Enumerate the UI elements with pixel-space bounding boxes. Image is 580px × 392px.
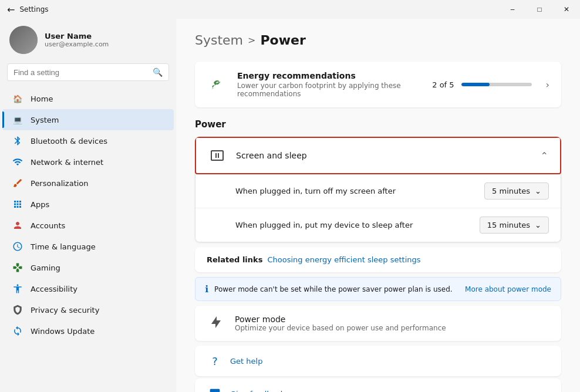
nav-time-label: Time & language: [31, 242, 96, 251]
update-icon: [12, 325, 23, 337]
bottom-links: ? Get help Give feedback: [195, 346, 561, 392]
nav-network[interactable]: Network & internet: [2, 151, 174, 173]
related-links: Related links Choosing energy efficient …: [195, 247, 561, 272]
breadcrumb-current: Power: [260, 33, 305, 48]
close-button[interactable]: ✕: [553, 0, 580, 19]
search-box[interactable]: 🔍: [7, 63, 169, 81]
nav-apps[interactable]: Apps: [2, 194, 174, 215]
power-section-title: Power: [195, 119, 561, 130]
sleep-setting: When plugged in, put my device to sleep …: [195, 208, 561, 242]
home-icon: 🏠: [12, 93, 23, 104]
help-icon: ?: [207, 353, 223, 369]
back-icon[interactable]: ←: [7, 4, 15, 15]
energy-description: Lower your carbon footprint by applying …: [237, 82, 423, 98]
nav-accessibility-label: Accessibility: [31, 285, 77, 293]
nav-bluetooth[interactable]: Bluetooth & devices: [2, 130, 174, 151]
nav-personalization[interactable]: Personalization: [2, 173, 174, 194]
nav-apps-label: Apps: [31, 200, 49, 209]
energy-progress-fill: [461, 83, 490, 86]
info-banner-text: Power mode can't be set while the power …: [214, 285, 459, 293]
sleep-value: 15 minutes: [487, 221, 530, 229]
nav-gaming[interactable]: Gaming: [2, 257, 174, 278]
power-mode-link[interactable]: More about power mode: [465, 285, 551, 293]
screen-off-value: 5 minutes: [492, 187, 530, 195]
breadcrumb-chevron: >: [248, 35, 255, 46]
screen-off-label: When plugged in, turn off my screen afte…: [235, 187, 484, 195]
screen-sleep-header[interactable]: Screen and sleep ⌃: [195, 137, 561, 174]
breadcrumb-parent[interactable]: System: [195, 33, 243, 48]
sidebar-profile: User Name user@example.com: [0, 19, 176, 63]
power-mode-title: Power mode: [235, 315, 446, 324]
titlebar-left: ← Settings: [7, 4, 49, 15]
content-area: System > Power Energy recommendations Lo…: [176, 19, 580, 392]
related-links-label: Related links: [207, 255, 262, 264]
nav-privacy-label: Privacy & security: [31, 306, 99, 315]
screen-off-setting: When plugged in, turn off my screen afte…: [195, 174, 561, 208]
feedback-icon: [207, 386, 223, 392]
search-input[interactable]: [14, 68, 148, 77]
screen-sleep-card: Screen and sleep ⌃ When plugged in, turn…: [195, 137, 561, 242]
nav-network-label: Network & internet: [31, 158, 103, 167]
profile-name: User Name: [45, 32, 109, 40]
nav-gaming-label: Gaming: [31, 263, 60, 272]
main-layout: User Name user@example.com 🔍 🏠 Home 💻 Sy…: [0, 19, 580, 392]
energy-sleep-link[interactable]: Choosing energy efficient sleep settings: [267, 255, 420, 264]
energy-progress-bar: [461, 83, 532, 86]
energy-title: Energy recommendations: [237, 71, 423, 80]
titlebar: ← Settings – □ ✕: [0, 0, 580, 19]
give-feedback-item[interactable]: Give feedback: [195, 379, 561, 392]
screen-off-dropdown[interactable]: 5 minutes ⌄: [484, 183, 549, 200]
avatar-image: [9, 26, 38, 54]
maximize-button[interactable]: □: [526, 0, 553, 19]
nav-accounts[interactable]: Accounts: [2, 215, 174, 236]
power-mode-text: Power mode Optimize your device based on…: [235, 315, 446, 332]
nav-personalization-label: Personalization: [31, 179, 89, 188]
profile-info: User Name user@example.com: [45, 32, 109, 48]
power-mode-card[interactable]: Power mode Optimize your device based on…: [195, 306, 561, 341]
energy-icon: [207, 74, 228, 95]
energy-progress-text: 2 of 5: [432, 80, 454, 89]
nav-bluetooth-label: Bluetooth & devices: [31, 137, 107, 146]
network-icon: [12, 156, 23, 168]
power-mode-description: Optimize your device based on power use …: [235, 324, 446, 332]
personalization-icon: [12, 177, 23, 189]
sleep-dropdown[interactable]: 15 minutes ⌄: [480, 217, 549, 234]
get-help-item[interactable]: ? Get help: [195, 346, 561, 376]
nav-home[interactable]: 🏠 Home: [2, 88, 174, 109]
sleep-label: When plugged in, put my device to sleep …: [235, 221, 480, 229]
gaming-icon: [12, 262, 23, 273]
time-icon: [12, 241, 23, 252]
content-inner: System > Power Energy recommendations Lo…: [176, 19, 580, 392]
accounts-icon: [12, 219, 23, 231]
nav-system-label: System: [31, 116, 59, 124]
related-links-inner: Related links Choosing energy efficient …: [207, 255, 549, 264]
nav-accounts-label: Accounts: [31, 221, 65, 230]
nav-accessibility[interactable]: Accessibility: [2, 278, 174, 299]
profile-email: user@example.com: [45, 40, 109, 48]
minimize-button[interactable]: –: [499, 0, 526, 19]
nav-time[interactable]: Time & language: [2, 236, 174, 257]
energy-chevron-icon: ›: [546, 79, 549, 90]
info-banner: ℹ Power mode can't be set while the powe…: [195, 277, 561, 301]
breadcrumb: System > Power: [195, 33, 561, 48]
titlebar-controls: – □ ✕: [499, 0, 580, 19]
nav-update-label: Windows Update: [31, 327, 95, 336]
sidebar: User Name user@example.com 🔍 🏠 Home 💻 Sy…: [0, 19, 176, 392]
screen-off-chevron-icon: ⌄: [535, 187, 541, 195]
give-feedback-label: Give feedback: [230, 390, 285, 393]
nav-system[interactable]: 💻 System: [2, 109, 174, 130]
titlebar-title: Settings: [19, 5, 48, 13]
get-help-label: Get help: [230, 357, 262, 366]
nav-privacy[interactable]: Privacy & security: [2, 299, 174, 320]
screen-sleep-title: Screen and sleep: [236, 151, 307, 160]
system-icon: 💻: [12, 114, 23, 126]
nav-home-label: Home: [31, 94, 53, 103]
apps-icon: [12, 198, 23, 210]
nav-update[interactable]: Windows Update: [2, 320, 174, 342]
accessibility-icon: [12, 283, 23, 295]
sleep-chevron-icon: ⌄: [535, 221, 541, 229]
screen-sleep-chevron-icon: ⌃: [541, 150, 548, 161]
bluetooth-icon: [12, 135, 23, 147]
energy-banner[interactable]: Energy recommendations Lower your carbon…: [195, 62, 561, 107]
energy-text: Energy recommendations Lower your carbon…: [237, 71, 423, 98]
